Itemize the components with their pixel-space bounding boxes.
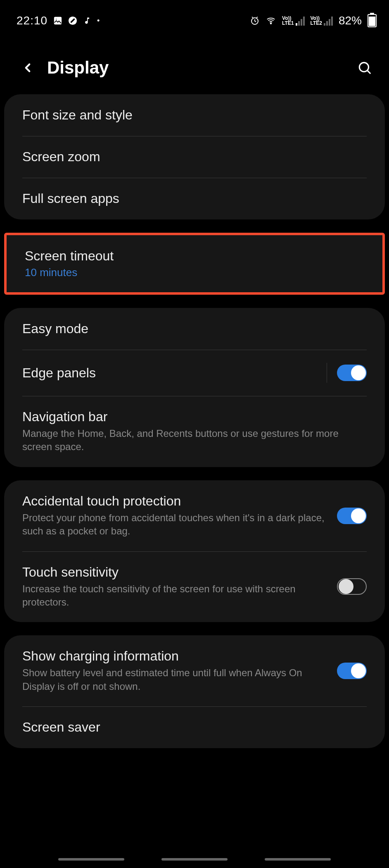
toggle-touch-sensitivity[interactable] bbox=[337, 578, 367, 595]
row-screen-zoom[interactable]: Screen zoom bbox=[4, 136, 385, 178]
svg-point-1 bbox=[56, 19, 57, 20]
back-button[interactable] bbox=[21, 61, 35, 75]
toggle-edge-panels[interactable] bbox=[337, 365, 367, 381]
gesture-home[interactable] bbox=[161, 858, 228, 861]
row-touch-sensitivity[interactable]: Touch sensitivity Increase the touch sen… bbox=[4, 551, 385, 622]
label: Touch sensitivity bbox=[22, 565, 329, 580]
status-left: 22:10 • bbox=[17, 14, 100, 27]
row-full-screen-apps[interactable]: Full screen apps bbox=[4, 178, 385, 219]
svg-point-5 bbox=[270, 23, 272, 24]
gesture-nav-bar[interactable] bbox=[0, 858, 389, 861]
svg-line-7 bbox=[367, 70, 370, 74]
search-button[interactable] bbox=[357, 60, 372, 76]
label: Screen saver bbox=[22, 720, 358, 735]
gesture-back[interactable] bbox=[265, 858, 331, 861]
page-header: Display bbox=[0, 33, 389, 94]
group-charging-saver: Show charging information Show battery l… bbox=[4, 635, 385, 748]
value: 10 minutes bbox=[25, 266, 356, 279]
label: Font size and style bbox=[22, 107, 358, 123]
status-time: 22:10 bbox=[17, 14, 47, 27]
settings-content: Font size and style Screen zoom Full scr… bbox=[0, 94, 389, 748]
row-font-size-style[interactable]: Font size and style bbox=[4, 94, 385, 136]
row-screen-saver[interactable]: Screen saver bbox=[4, 706, 385, 748]
music-icon bbox=[83, 16, 91, 26]
image-icon bbox=[53, 16, 62, 25]
svg-point-6 bbox=[359, 62, 368, 72]
label: Edge panels bbox=[22, 365, 318, 381]
label: Screen zoom bbox=[22, 149, 358, 165]
label: Show charging information bbox=[22, 649, 329, 664]
row-accidental-touch[interactable]: Accidental touch protection Protect your… bbox=[4, 480, 385, 551]
battery-percent: 82% bbox=[339, 14, 362, 27]
label: Navigation bar bbox=[22, 409, 358, 424]
alarm-icon bbox=[250, 16, 260, 26]
label: Easy mode bbox=[22, 321, 358, 336]
dnd-icon bbox=[68, 16, 77, 25]
row-charging-info[interactable]: Show charging information Show battery l… bbox=[4, 635, 385, 706]
group-screen-timeout: Screen timeout 10 minutes bbox=[4, 233, 385, 295]
group-touch: Accidental touch protection Protect your… bbox=[4, 480, 385, 622]
dot-icon: • bbox=[97, 17, 100, 24]
lte1-indicator: Vo))LTE1 bbox=[282, 16, 304, 26]
toggle-charging-info[interactable] bbox=[337, 663, 367, 679]
description: Protect your phone from accidental touch… bbox=[22, 511, 329, 538]
label: Screen timeout bbox=[25, 248, 356, 264]
battery-icon bbox=[368, 14, 377, 27]
gesture-recents[interactable] bbox=[58, 858, 124, 861]
row-easy-mode[interactable]: Easy mode bbox=[4, 308, 385, 350]
row-navigation-bar[interactable]: Navigation bar Manage the Home, Back, an… bbox=[4, 396, 385, 467]
label: Accidental touch protection bbox=[22, 494, 329, 509]
page-title: Display bbox=[47, 58, 109, 78]
label: Full screen apps bbox=[22, 191, 358, 206]
description: Show battery level and estimated time un… bbox=[22, 666, 329, 693]
status-bar: 22:10 • Vo))LTE1 Vo))LTE2 82% bbox=[0, 0, 389, 33]
description: Manage the Home, Back, and Recents butto… bbox=[22, 427, 358, 454]
group-display-basics: Font size and style Screen zoom Full scr… bbox=[4, 94, 385, 219]
lte2-indicator: Vo))LTE2 bbox=[311, 16, 333, 26]
description: Increase the touch sensitivity of the sc… bbox=[22, 582, 329, 609]
row-screen-timeout[interactable]: Screen timeout 10 minutes bbox=[7, 235, 382, 292]
row-edge-panels[interactable]: Edge panels bbox=[4, 350, 385, 396]
divider bbox=[327, 363, 327, 383]
wifi-icon bbox=[266, 16, 276, 25]
group-modes-nav: Easy mode Edge panels Navigation bar Man… bbox=[4, 308, 385, 467]
status-right: Vo))LTE1 Vo))LTE2 82% bbox=[250, 14, 377, 27]
svg-rect-0 bbox=[55, 17, 62, 24]
toggle-accidental-touch[interactable] bbox=[337, 508, 367, 524]
